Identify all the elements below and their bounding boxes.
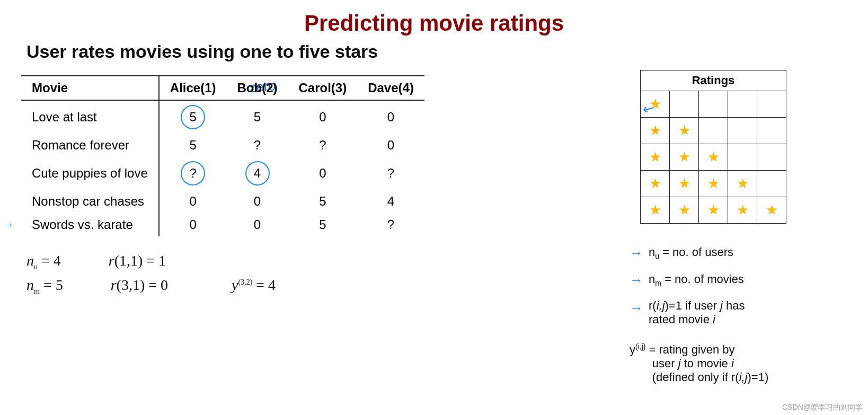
formula-y32: y(3,2) = 4 — [232, 277, 276, 294]
annotation-text-nm: nm = no. of movies — [649, 272, 744, 287]
star-icon: ★ — [649, 122, 661, 138]
empty-cell — [757, 144, 786, 171]
star-icon: ★ — [737, 202, 749, 218]
annotation-text-yij: y(i,j) = rating given by user j to movie… — [630, 342, 768, 384]
col-header-carol: Carol(3) — [288, 76, 358, 100]
table-row: Cute puppies of love ? 4 0 ? — [21, 157, 424, 190]
table-row: Love at last 5 5 0 0 — [21, 100, 424, 134]
circled-value: 4 — [245, 161, 270, 186]
formula-nu: nu = 4 — [26, 252, 61, 271]
star-icon: ★ — [649, 149, 661, 165]
empty-cell — [757, 118, 786, 144]
star-cell: ★ — [641, 171, 670, 197]
star-row-2: ★ ★ — [641, 118, 786, 144]
annotation-nm: → nm = no. of movies — [630, 272, 768, 288]
star-icon: ★ — [678, 202, 690, 218]
formula-nm: nm = 5 — [26, 277, 63, 296]
movie-name-2: Romance forever — [21, 134, 159, 157]
empty-cell — [728, 144, 757, 171]
star-icon: ★ — [707, 202, 720, 218]
star-icon: ★ — [649, 96, 661, 112]
star-icon: ★ — [707, 175, 720, 191]
cell-bob-4: 0 — [227, 190, 288, 213]
star-row-1: ★ — [641, 91, 786, 118]
star-icon: ★ — [649, 175, 661, 191]
star-icon: ★ — [678, 122, 690, 138]
movie-name-5: → Swords vs. karate — [21, 213, 159, 236]
star-icon: ★ — [766, 202, 778, 218]
watermark: CSDN@爱学习的刘同学 — [782, 403, 863, 412]
star-cell: ★ — [670, 197, 699, 224]
cell-dave-1: 0 — [357, 100, 424, 134]
main-title: Predicting movie ratings — [21, 11, 847, 36]
table-row: Nonstop car chases 0 0 5 4 — [21, 190, 424, 213]
cell-dave-2: 0 — [357, 134, 424, 157]
left-panel: Movie Alice(1) Bob(2) Carol(3) Dave(4) L… — [21, 70, 614, 384]
table-row: Romance forever 5 ? ? 0 — [21, 134, 424, 157]
star-cell: ★ — [670, 171, 699, 197]
content-area: Movie Alice(1) Bob(2) Carol(3) Dave(4) L… — [21, 70, 847, 384]
star-cell: ★ — [641, 144, 670, 171]
cell-carol-5: 5 — [288, 213, 358, 236]
cell-carol-3: 0 — [288, 157, 358, 190]
formulas-section: nu = 4 r(1,1) = 1 nm = 5 r(3,1) = 0 y — [26, 252, 614, 295]
annotation-arrow-icon: → — [630, 272, 643, 288]
cell-bob-1: 5 — [227, 100, 288, 134]
star-icon: ★ — [678, 175, 690, 191]
star-cell: ★ — [728, 171, 757, 197]
formula-r11: r(1,1) = 1 — [109, 252, 166, 269]
cell-bob-2: ? — [227, 134, 288, 157]
cell-carol-2: ? — [288, 134, 358, 157]
annotation-rij: → r(i,j)=1 if user j hasrated movie i — [630, 299, 768, 326]
star-table-header: Ratings — [641, 70, 786, 91]
cell-alice-2: 5 — [159, 134, 227, 157]
annotation-arrow-icon: → — [630, 245, 643, 261]
star-icon: ★ — [707, 149, 720, 165]
annotation-text-rij: r(i,j)=1 if user j hasrated movie i — [649, 299, 745, 326]
movie-name-3: Cute puppies of love — [21, 157, 159, 190]
cell-bob-3: 4 — [227, 157, 288, 190]
empty-cell — [757, 171, 786, 197]
star-cell: ★ — [699, 197, 728, 224]
cell-alice-4: 0 — [159, 190, 227, 213]
subtitle: User rates movies using one to five star… — [26, 41, 847, 62]
swords-arrow-icon: → — [3, 218, 14, 232]
formula-row-2: nm = 5 r(3,1) = 0 y(3,2) = 4 — [26, 277, 614, 296]
formula-r31: r(3,1) = 0 — [111, 277, 168, 294]
star-cell: ★ — [699, 171, 728, 197]
star-row-5: ★ ★ ★ ★ ★ — [641, 197, 786, 224]
star-row-3: ★ ★ ★ — [641, 144, 786, 171]
star-cell: ★ — [699, 144, 728, 171]
star-row-4: ★ ★ ★ ★ — [641, 171, 786, 197]
star-ratings-table: Ratings ★ ★ ★ — [640, 70, 786, 224]
movie-name-1: Love at last — [21, 100, 159, 134]
movie-name-4: Nonstop car chases — [21, 190, 159, 213]
star-table-section: Ratings ★ ★ ★ — [640, 70, 786, 224]
star-cell: ★ — [757, 197, 786, 224]
star-cell: ★ — [641, 118, 670, 144]
empty-cell — [699, 91, 728, 118]
empty-cell — [757, 91, 786, 118]
col-header-movie: Movie — [21, 76, 159, 100]
star-cell: ★ — [670, 144, 699, 171]
cell-dave-5: ? — [357, 213, 424, 236]
ratings-table: Movie Alice(1) Bob(2) Carol(3) Dave(4) L… — [21, 75, 424, 236]
cell-alice-3: ? — [159, 157, 227, 190]
star-cell: ★ — [641, 91, 670, 118]
cell-alice-5: 0 — [159, 213, 227, 236]
star-cell: ★ — [670, 118, 699, 144]
annotations-section: → nu = no. of users → nm = no. of movies… — [630, 245, 768, 384]
table-row: → Swords vs. karate 0 0 5 ? — [21, 213, 424, 236]
slide: Predicting movie ratings User rates movi… — [0, 0, 868, 415]
col-header-bob: Bob(2) — [227, 76, 288, 100]
annotation-yij: y(i,j) = rating given by user j to movie… — [630, 342, 768, 384]
cell-alice-1: 5 — [159, 100, 227, 134]
empty-cell — [728, 91, 757, 118]
empty-cell — [728, 118, 757, 144]
cell-dave-3: ? — [357, 157, 424, 190]
col-header-alice: Alice(1) — [159, 76, 227, 100]
star-icon: ★ — [678, 149, 690, 165]
star-cell: ★ — [641, 197, 670, 224]
annotation-text-nu: nu = no. of users — [649, 245, 733, 260]
annotation-nu: → nu = no. of users — [630, 245, 768, 261]
